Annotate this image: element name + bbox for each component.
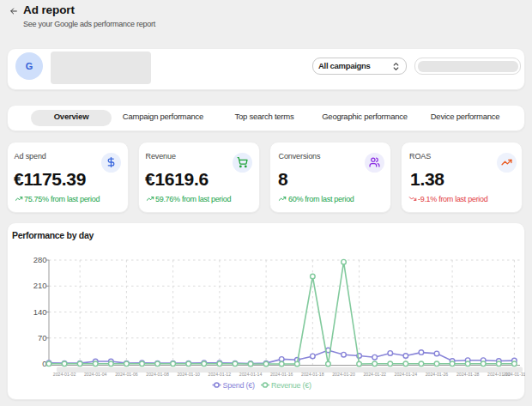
svg-text:280: 280 bbox=[33, 255, 47, 264]
svg-text:2024-01-20: 2024-01-20 bbox=[332, 372, 355, 377]
svg-text:140: 140 bbox=[33, 307, 47, 317]
svg-text:70: 70 bbox=[38, 333, 47, 342]
svg-text:Spend (€): Spend (€) bbox=[223, 381, 256, 390]
svg-text:2024-01-31: 2024-01-31 bbox=[503, 372, 525, 377]
svg-text:2024-01-06: 2024-01-06 bbox=[115, 372, 138, 377]
svg-text:2024-01-10: 2024-01-10 bbox=[177, 372, 200, 377]
svg-text:2024-01-04: 2024-01-04 bbox=[84, 372, 107, 377]
svg-text:2024-01-22: 2024-01-22 bbox=[363, 372, 386, 377]
svg-text:210: 210 bbox=[33, 281, 47, 290]
svg-text:Revenue (€): Revenue (€) bbox=[271, 381, 311, 390]
svg-text:2024-01-28: 2024-01-28 bbox=[456, 372, 480, 377]
svg-text:2024-01-16: 2024-01-16 bbox=[270, 372, 293, 377]
svg-text:2024-01-08: 2024-01-08 bbox=[146, 372, 169, 377]
svg-text:2024-01-02: 2024-01-02 bbox=[53, 372, 76, 377]
svg-text:2024-01-24: 2024-01-24 bbox=[395, 372, 418, 377]
svg-text:2024-01-12: 2024-01-12 bbox=[209, 372, 232, 377]
svg-text:2024-01-14: 2024-01-14 bbox=[239, 372, 263, 377]
svg-text:2024-01-26: 2024-01-26 bbox=[426, 372, 449, 377]
svg-text:2024-01-18: 2024-01-18 bbox=[301, 372, 324, 377]
